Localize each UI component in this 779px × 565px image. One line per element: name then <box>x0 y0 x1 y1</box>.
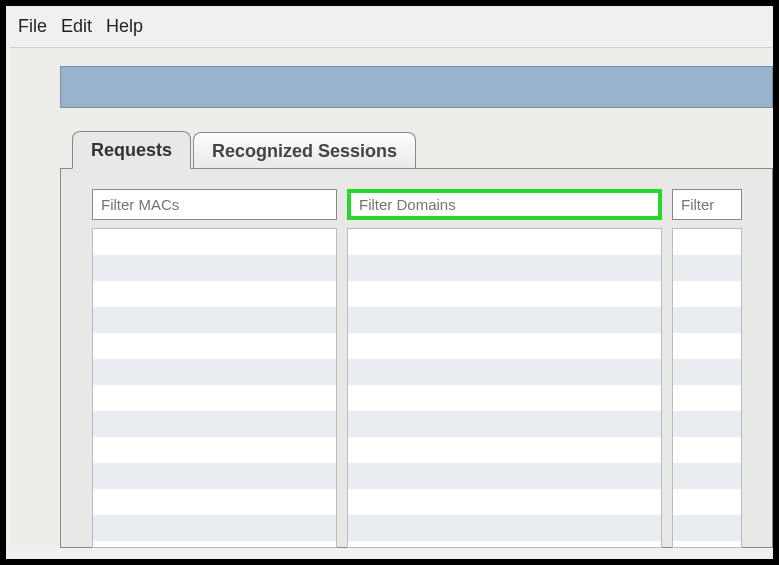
columns <box>92 189 772 548</box>
menu-edit[interactable]: Edit <box>61 16 92 37</box>
list-item <box>673 489 741 515</box>
list-item <box>673 411 741 437</box>
list-item <box>93 463 336 489</box>
column-third <box>672 189 742 548</box>
app-window: File Edit Help Requests Recognized Sessi… <box>0 0 779 565</box>
list-item <box>673 307 741 333</box>
list-item <box>348 307 661 333</box>
macs-list[interactable] <box>92 228 337 548</box>
list-item <box>348 255 661 281</box>
list-item <box>93 281 336 307</box>
list-item <box>673 281 741 307</box>
list-item <box>348 229 661 255</box>
list-item <box>348 333 661 359</box>
tabs-container: Requests Recognized Sessions <box>72 130 773 168</box>
tab-recognized-sessions[interactable]: Recognized Sessions <box>193 132 416 169</box>
list-item <box>348 411 661 437</box>
column-macs <box>92 189 337 548</box>
filter-third-input[interactable] <box>672 189 742 220</box>
list-item <box>93 307 336 333</box>
list-item <box>348 437 661 463</box>
content-area: Requests Recognized Sessions <box>10 48 773 546</box>
list-item <box>673 463 741 489</box>
tab-requests[interactable]: Requests <box>72 131 191 169</box>
column-domains <box>347 189 662 548</box>
list-item <box>673 359 741 385</box>
domains-list[interactable] <box>347 228 662 548</box>
list-item <box>348 489 661 515</box>
list-item <box>93 541 336 548</box>
list-item <box>348 385 661 411</box>
list-item <box>673 541 741 548</box>
list-item <box>673 385 741 411</box>
menu-help[interactable]: Help <box>106 16 143 37</box>
tab-panel-requests <box>60 168 773 548</box>
list-item <box>348 515 661 541</box>
list-item <box>673 255 741 281</box>
list-item <box>348 463 661 489</box>
top-banner <box>60 66 773 108</box>
list-item <box>673 333 741 359</box>
menu-file[interactable]: File <box>18 16 47 37</box>
list-item <box>673 229 741 255</box>
menu-bar: File Edit Help <box>10 11 773 48</box>
list-item <box>348 359 661 385</box>
list-item <box>93 333 336 359</box>
list-item <box>93 229 336 255</box>
list-item <box>93 437 336 463</box>
third-list[interactable] <box>672 228 742 548</box>
list-item <box>93 385 336 411</box>
list-item <box>673 437 741 463</box>
list-item <box>348 541 661 548</box>
list-item <box>93 515 336 541</box>
filter-domains-input[interactable] <box>347 189 662 220</box>
filter-macs-input[interactable] <box>92 189 337 220</box>
list-item <box>673 515 741 541</box>
list-item <box>93 255 336 281</box>
list-item <box>348 281 661 307</box>
list-item <box>93 411 336 437</box>
list-item <box>93 359 336 385</box>
list-item <box>93 489 336 515</box>
